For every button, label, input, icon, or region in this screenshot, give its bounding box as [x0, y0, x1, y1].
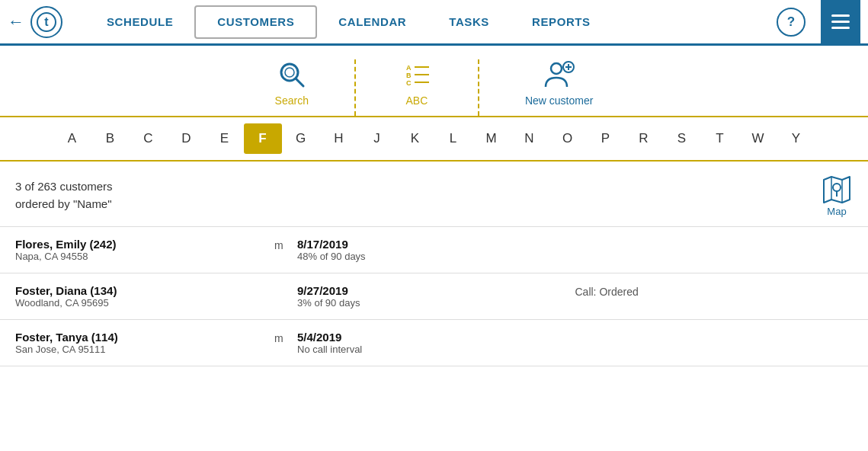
status-label-1: Call: Ordered	[575, 286, 639, 298]
alpha-letter-o[interactable]: O	[549, 123, 587, 154]
customer-interval-2: No call interval	[297, 344, 575, 355]
count-text: 3 of 263 customers	[15, 178, 113, 196]
svg-line-3	[296, 78, 303, 86]
alpha-letter-k[interactable]: K	[396, 123, 434, 154]
customer-info-2: Foster, Tanya (114) San Jose, CA 95111	[15, 331, 274, 355]
customer-date-0: 8/17/2019	[297, 238, 575, 251]
customer-list: Flores, Emily (242) Napa, CA 94558 m 8/1…	[0, 227, 868, 366]
toolbar: Search A B C ABC N	[0, 46, 868, 117]
alpha-letter-n[interactable]: N	[511, 123, 549, 154]
order-text: ordered by "Name"	[15, 196, 113, 213]
svg-point-18	[833, 184, 841, 191]
customer-address-1: Woodland, CA 95695	[15, 297, 274, 309]
alpha-letter-j[interactable]: J	[358, 123, 396, 154]
customer-interval-1: 3% of 90 days	[297, 297, 575, 309]
customer-address-2: San Jose, CA 95111	[15, 344, 274, 355]
customer-status-0	[575, 238, 854, 239]
alpha-letter-f[interactable]: F	[244, 123, 282, 154]
new-customer-toolbar-item[interactable]: New customer	[479, 59, 639, 116]
help-button[interactable]: ?	[777, 8, 806, 37]
search-icon	[277, 59, 307, 90]
alpha-letter-p[interactable]: P	[587, 123, 625, 154]
svg-text:A: A	[406, 64, 412, 72]
list-count: 3 of 263 customers ordered by "Name"	[15, 178, 113, 213]
customer-m-flag-0: m	[274, 238, 297, 251]
alpha-letter-y[interactable]: Y	[777, 123, 815, 154]
alpha-letter-e[interactable]: E	[206, 123, 244, 154]
abc-toolbar-item[interactable]: A B C ABC	[356, 59, 479, 116]
menu-button[interactable]	[821, 0, 860, 45]
customer-date-info-0: 8/17/2019 48% of 90 days	[297, 238, 575, 262]
alphabet-bar: ABCDEFGHJKLMNOPRSTWY	[0, 117, 868, 162]
alpha-letter-w[interactable]: W	[739, 123, 777, 154]
customer-row[interactable]: Flores, Emily (242) Napa, CA 94558 m 8/1…	[0, 227, 868, 273]
customer-address-0: Napa, CA 94558	[15, 251, 274, 262]
navbar: ← t SCHEDULE CUSTOMERS CALENDAR TASKS RE…	[0, 0, 868, 46]
map-button[interactable]: Map	[821, 174, 853, 217]
nav-tasks[interactable]: TASKS	[428, 0, 511, 45]
new-customer-icon	[543, 59, 576, 90]
svg-text:t: t	[44, 15, 49, 28]
customer-m-flag-1	[274, 284, 297, 286]
svg-point-4	[285, 68, 294, 77]
svg-text:C: C	[406, 79, 412, 87]
customer-row[interactable]: Foster, Diana (134) Woodland, CA 95695 9…	[0, 273, 868, 320]
search-toolbar-item[interactable]: Search	[229, 59, 356, 116]
abc-icon: A B C	[402, 59, 432, 90]
alpha-letter-r[interactable]: R	[625, 123, 663, 154]
abc-label: ABC	[406, 94, 428, 107]
alpha-letter-t[interactable]: T	[701, 123, 739, 154]
svg-text:B: B	[406, 72, 412, 79]
alpha-letter-m[interactable]: M	[472, 123, 511, 154]
alpha-letter-h[interactable]: H	[320, 123, 358, 154]
alpha-letter-a[interactable]: A	[53, 123, 91, 154]
nav-links: SCHEDULE CUSTOMERS CALENDAR TASKS REPORT…	[85, 0, 777, 45]
customer-status-2	[575, 331, 854, 332]
customer-row[interactable]: Foster, Tanya (114) San Jose, CA 95111 m…	[0, 320, 868, 366]
nav-reports[interactable]: REPORTS	[511, 0, 612, 45]
customer-interval-0: 48% of 90 days	[297, 251, 575, 262]
alpha-letter-c[interactable]: C	[130, 123, 168, 154]
customer-name-0: Flores, Emily (242)	[15, 238, 274, 251]
list-header: 3 of 263 customers ordered by "Name" Map	[0, 162, 868, 227]
svg-point-11	[551, 63, 562, 74]
customer-status-1: Call: Ordered	[575, 284, 854, 298]
nav-customers[interactable]: CUSTOMERS	[194, 5, 317, 39]
nav-schedule[interactable]: SCHEDULE	[85, 0, 194, 45]
map-label: Map	[827, 206, 846, 217]
customer-date-2: 5/4/2019	[297, 331, 575, 344]
back-button[interactable]: ←	[8, 12, 24, 32]
alpha-letter-l[interactable]: L	[434, 123, 472, 154]
customer-name-1: Foster, Diana (134)	[15, 284, 274, 297]
search-label: Search	[275, 94, 309, 107]
alpha-letter-g[interactable]: G	[282, 123, 320, 154]
customer-info-1: Foster, Diana (134) Woodland, CA 95695	[15, 284, 274, 309]
alpha-letter-d[interactable]: D	[168, 123, 206, 154]
svg-marker-15	[824, 177, 850, 203]
nav-calendar[interactable]: CALENDAR	[317, 0, 428, 45]
alpha-letter-b[interactable]: B	[91, 123, 130, 154]
app-logo: t	[30, 6, 62, 38]
customer-date-info-2: 5/4/2019 No call interval	[297, 331, 575, 355]
new-customer-label: New customer	[525, 94, 593, 107]
customer-name-2: Foster, Tanya (114)	[15, 331, 274, 344]
customer-m-flag-2: m	[274, 331, 297, 344]
customer-date-info-1: 9/27/2019 3% of 90 days	[297, 284, 575, 309]
customer-date-1: 9/27/2019	[297, 284, 575, 297]
customer-info-0: Flores, Emily (242) Napa, CA 94558	[15, 238, 274, 262]
alpha-letter-s[interactable]: S	[663, 123, 701, 154]
